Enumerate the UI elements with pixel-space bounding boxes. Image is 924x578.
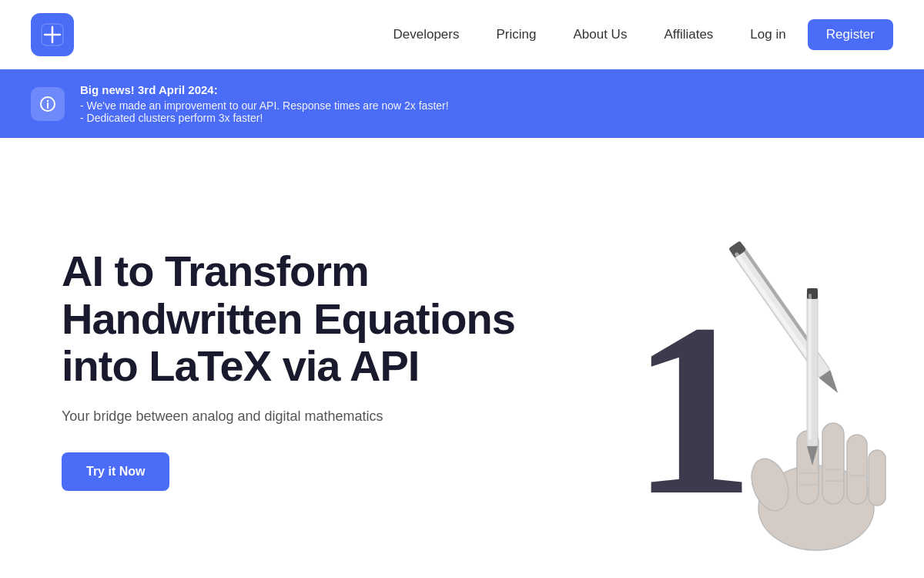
nav-pricing[interactable]: Pricing [481, 21, 552, 49]
announcement-content: Big news! 3rd April 2024: - We've made a… [80, 83, 449, 124]
svg-rect-16 [822, 423, 844, 504]
nav-affiliates[interactable]: Affiliates [648, 21, 728, 49]
hero-section: AI to Transform Handwritten Equations in… [0, 138, 924, 578]
nav-register[interactable]: Register [808, 19, 893, 50]
svg-rect-27 [808, 294, 812, 440]
svg-point-6 [47, 99, 49, 101]
hero-subtitle: Your bridge between analog and digital m… [62, 408, 519, 425]
logo-icon [31, 13, 74, 56]
nav-about[interactable]: About Us [557, 21, 642, 49]
hero-title: AI to Transform Handwritten Equations in… [62, 247, 519, 390]
announcement-title: Big news! 3rd April 2024: [80, 83, 449, 96]
svg-text:1: 1 [631, 273, 755, 546]
try-it-now-button[interactable]: Try it Now [62, 452, 169, 491]
announcement-line1: - We've made an improvement to our API. … [80, 99, 449, 112]
nav-developers[interactable]: Developers [378, 21, 475, 49]
navigation: Developers Pricing About Us Affiliates L… [378, 19, 894, 50]
svg-rect-17 [847, 435, 867, 504]
announcement-banner: Big news! 3rd April 2024: - We've made a… [0, 69, 924, 138]
header: Developers Pricing About Us Affiliates L… [0, 0, 924, 69]
hero-illustration: 1 [539, 153, 924, 554]
logo[interactable] [31, 13, 74, 56]
svg-rect-18 [869, 450, 886, 506]
announcement-line2: - Dedicated clusters perform 3x faster! [80, 112, 449, 124]
nav-login[interactable]: Log in [735, 21, 801, 49]
hero-content: AI to Transform Handwritten Equations in… [62, 247, 519, 491]
info-icon [31, 87, 65, 121]
